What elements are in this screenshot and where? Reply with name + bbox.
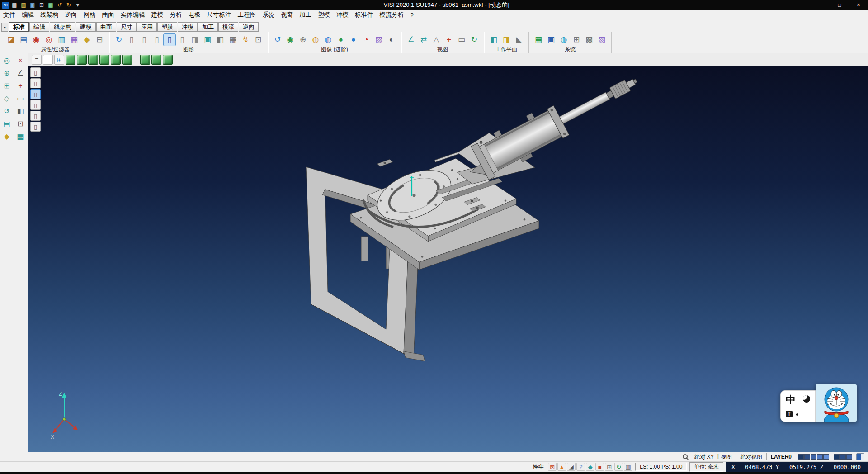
- menu-item-16[interactable]: 冲模: [333, 11, 352, 19]
- visi-logo[interactable]: VI: [2, 2, 9, 9]
- color-table-icon[interactable]: ▦: [533, 34, 544, 46]
- close-button[interactable]: ×: [849, 0, 868, 10]
- open-folder-icon[interactable]: ▥: [19, 1, 28, 9]
- material-barrel-blue-icon[interactable]: ◍: [322, 34, 334, 46]
- workplane-xy-icon[interactable]: ◧: [488, 34, 500, 46]
- grid-snap-icon[interactable]: ⊞: [1, 80, 13, 91]
- redo-icon[interactable]: ↻: [65, 1, 73, 9]
- save-file-icon[interactable]: ▣: [28, 1, 37, 9]
- snap-lock-icon[interactable]: ⊠: [548, 463, 557, 471]
- stylus-icon[interactable]: ◢: [567, 463, 576, 471]
- ambient-light-icon[interactable]: ◐: [386, 34, 397, 46]
- solids-filter-icon[interactable]: ▯: [30, 67, 41, 77]
- ortho-mode-icon[interactable]: ▲: [557, 463, 566, 471]
- undo-icon[interactable]: ↺: [56, 1, 64, 9]
- viewport[interactable]: ▯▯▯▯▯▯ Z X 中 T: [28, 66, 868, 452]
- attributes-pencil-icon[interactable]: ◪: [5, 34, 17, 46]
- snap-label[interactable]: 拴牢: [531, 463, 545, 471]
- transparent-cylinder-icon[interactable]: ▯: [176, 34, 188, 46]
- tab-3[interactable]: 建模: [76, 22, 96, 32]
- filter-document-icon[interactable]: ▤: [18, 34, 29, 46]
- mesh-tool-icon[interactable]: ▦: [14, 131, 27, 142]
- tab-4[interactable]: 曲面: [96, 22, 116, 32]
- snap-diamond-icon[interactable]: ◆: [586, 463, 594, 471]
- menu-item-10[interactable]: 尺寸标注: [204, 11, 235, 19]
- viewport-menu-icon[interactable]: ≡: [32, 55, 42, 65]
- tab-8[interactable]: 冲模: [178, 22, 198, 32]
- new-document-icon[interactable]: ▤: [10, 1, 19, 9]
- view-cube-front-icon[interactable]: [88, 55, 98, 65]
- clear-filter-icon[interactable]: ⊟: [94, 34, 105, 46]
- tab-5[interactable]: 尺寸: [117, 22, 137, 32]
- view-cube-back-icon[interactable]: [99, 55, 109, 65]
- print-icon[interactable]: ⊞: [38, 1, 46, 9]
- view-indicator-icon[interactable]: [856, 453, 864, 460]
- plotter-icon[interactable]: ▧: [596, 34, 608, 46]
- menu-item-5[interactable]: 曲面: [99, 11, 118, 19]
- render-sphere-blue-icon[interactable]: ●: [348, 34, 359, 46]
- points-filter-icon[interactable]: ▯: [30, 111, 41, 121]
- view-cube-right-icon[interactable]: [122, 55, 132, 65]
- tab-1[interactable]: 编辑: [29, 22, 49, 32]
- plot-chart-icon[interactable]: ▦: [47, 1, 55, 9]
- grid-toggle-icon[interactable]: ⊞: [605, 463, 613, 471]
- menu-item-1[interactable]: 编辑: [19, 11, 37, 19]
- menu-item-15[interactable]: 塑模: [315, 11, 333, 19]
- four-view-icon[interactable]: ⊞: [54, 55, 64, 65]
- rotate-tool-icon[interactable]: ↺: [1, 105, 13, 117]
- wire-shade-icon[interactable]: ◨: [189, 34, 201, 46]
- plane-tool-icon[interactable]: ▭: [14, 93, 27, 104]
- menu-item-8[interactable]: 分析: [167, 11, 185, 19]
- attribute-table-icon[interactable]: ▦: [68, 34, 80, 46]
- magnet-snap-icon[interactable]: ◆: [81, 34, 93, 46]
- menu-item-19[interactable]: ?: [407, 12, 417, 19]
- layer-bar-left-2[interactable]: [811, 454, 816, 460]
- measure-tool-icon[interactable]: ◆: [1, 131, 13, 142]
- tab-11[interactable]: 逆向: [239, 22, 259, 32]
- wireframe-cylinder-icon[interactable]: ▯: [126, 34, 137, 46]
- minimize-button[interactable]: ─: [811, 0, 830, 10]
- view-cube-axonometric-icon[interactable]: [151, 55, 161, 65]
- layer-bar-right-0[interactable]: [834, 454, 840, 460]
- scene-settings-icon[interactable]: ⊡: [252, 34, 264, 46]
- erase-icon[interactable]: ×: [14, 55, 27, 66]
- grid-display-icon[interactable]: ▦: [227, 34, 239, 46]
- view-align-icon[interactable]: △: [430, 34, 442, 46]
- workplane-custom-icon[interactable]: ◨: [500, 34, 512, 46]
- shading-pie-icon[interactable]: ◔: [360, 34, 372, 46]
- system-screen-icon[interactable]: ▣: [545, 34, 557, 46]
- tab-7[interactable]: 塑膜: [157, 22, 177, 32]
- menu-item-18[interactable]: 模流分析: [377, 11, 407, 19]
- menu-item-4[interactable]: 网格: [80, 11, 99, 19]
- cad-model-canvas[interactable]: [28, 66, 868, 452]
- layer-bar-left-1[interactable]: [804, 454, 810, 460]
- material-barrel-orange-icon[interactable]: ◍: [310, 34, 321, 46]
- layer-bar-right-1[interactable]: [840, 454, 846, 460]
- units-panel[interactable]: 单位: 毫米: [689, 462, 723, 472]
- menu-item-13[interactable]: 视窗: [278, 11, 296, 19]
- bounding-box-icon[interactable]: ▣: [202, 34, 213, 46]
- tab-9[interactable]: 加工: [198, 22, 218, 32]
- blank-view-icon[interactable]: [43, 55, 53, 65]
- pan-view-icon[interactable]: ⊕: [297, 34, 309, 46]
- dynamic-rotate-icon[interactable]: ↺: [272, 34, 283, 46]
- tab-overflow-caret[interactable]: ▾: [1, 23, 8, 32]
- layer-bar-left-0[interactable]: [798, 454, 804, 460]
- tab-2[interactable]: 线架构: [50, 22, 75, 32]
- shaded-cylinder-icon[interactable]: ▯: [151, 34, 163, 46]
- sketch-icon[interactable]: ∠: [14, 67, 27, 79]
- active-solids-filter-icon[interactable]: ▯: [30, 89, 41, 99]
- texture-icon[interactable]: ▨: [373, 34, 385, 46]
- hidden-line-cylinder-icon[interactable]: ▯: [138, 34, 150, 46]
- table-toggle-icon[interactable]: ▦: [624, 463, 632, 471]
- auto-refresh-icon[interactable]: ↻: [614, 463, 623, 471]
- ime-panel[interactable]: 中 T: [780, 390, 816, 422]
- render-sphere-green-icon[interactable]: ●: [335, 34, 347, 46]
- quick-render-icon[interactable]: ↯: [240, 34, 251, 46]
- tab-6[interactable]: 应用: [137, 22, 157, 32]
- view-axis-icon[interactable]: +: [443, 34, 455, 46]
- surfaces-filter-icon[interactable]: ▯: [30, 78, 41, 88]
- redraw-icon[interactable]: ↻: [113, 34, 125, 46]
- ime-lang-indicator[interactable]: 中: [786, 393, 796, 407]
- moon-icon[interactable]: [803, 395, 810, 403]
